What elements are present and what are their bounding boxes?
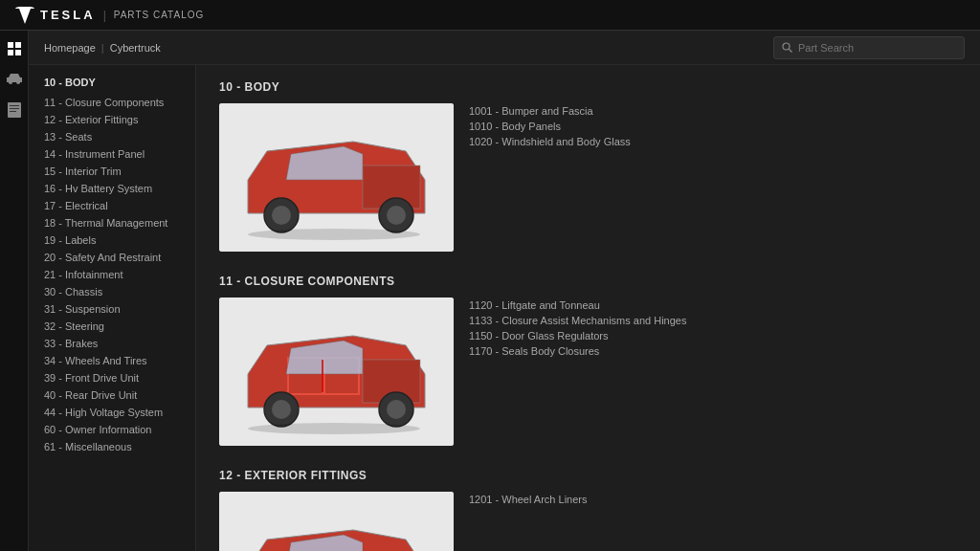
section-image-body: [219, 103, 454, 252]
section-link-item[interactable]: 1001 - Bumper and Fascia: [469, 105, 631, 117]
nav-item-40[interactable]: 40 - Rear Drive Unit: [29, 386, 195, 404]
main-wrapper: Homepage | Cybertruck 10 - BODY 11 - Clo…: [29, 31, 980, 551]
section-row-exterior: 1201 - Wheel Arch Liners: [219, 492, 957, 551]
nav-item-34[interactable]: 34 - Wheels And Tires: [29, 352, 195, 369]
section-link-item[interactable]: 1170 - Seals Body Closures: [469, 345, 686, 357]
section-image-exterior: [219, 492, 454, 551]
tesla-t-icon: [15, 7, 34, 24]
svg-rect-6: [8, 102, 21, 118]
search-input[interactable]: [798, 42, 951, 54]
grid-sidebar-icon[interactable]: [6, 40, 23, 57]
section-link-item[interactable]: 1020 - Windshield and Body Glass: [469, 136, 631, 147]
icon-sidebar: [0, 31, 29, 551]
section-body: 10 - BODY 1001 - Bumper and Fascia1010 -…: [219, 80, 957, 252]
svg-point-32: [248, 423, 420, 434]
svg-point-10: [783, 43, 790, 50]
nav-item-12[interactable]: 12 - Exterior Fittings: [29, 111, 195, 128]
nav-items-container: 11 - Closure Components12 - Exterior Fit…: [29, 94, 195, 455]
section-link-item[interactable]: 1120 - Liftgate and Tonneau: [469, 299, 686, 311]
breadcrumb: Homepage | Cybertruck: [44, 42, 161, 54]
nav-item-33[interactable]: 33 - Brakes: [29, 335, 195, 352]
svg-rect-9: [10, 111, 16, 112]
section-link-item[interactable]: 1150 - Door Glass Regulators: [469, 330, 686, 342]
svg-point-29: [272, 400, 291, 419]
book-sidebar-icon[interactable]: [6, 101, 23, 119]
breadcrumb-separator: |: [101, 42, 104, 54]
nav-item-44[interactable]: 44 - High Voltage System: [29, 404, 195, 421]
nav-item-18[interactable]: 18 - Thermal Management: [29, 214, 195, 231]
nav-item-20[interactable]: 20 - Safety And Restraint: [29, 249, 195, 266]
section-link-item[interactable]: 1133 - Closure Assist Mechanisms and Hin…: [469, 315, 686, 326]
section-link-item[interactable]: 1010 - Body Panels: [469, 121, 631, 132]
right-content: 10 - BODY 1001 - Bumper and Fascia1010 -…: [196, 65, 980, 551]
topbar-divider: |: [103, 9, 106, 22]
breadcrumb-home[interactable]: Homepage: [44, 42, 96, 54]
svg-rect-0: [8, 42, 13, 48]
tesla-logo-area: TESLA: [15, 7, 96, 24]
car-sidebar-icon[interactable]: [6, 71, 23, 88]
nav-item-30[interactable]: 30 - Chassis: [29, 283, 195, 300]
nav-item-31[interactable]: 31 - Suspension: [29, 300, 195, 318]
svg-point-31: [387, 400, 406, 419]
content-area: 10 - BODY 11 - Closure Components12 - Ex…: [29, 65, 980, 551]
section-row-closure: 1120 - Liftgate and Tonneau1133 - Closur…: [219, 298, 957, 446]
svg-point-5: [16, 80, 20, 84]
search-box[interactable]: [773, 36, 965, 59]
nav-item-60[interactable]: 60 - Owner Information: [29, 421, 195, 438]
svg-rect-8: [10, 108, 19, 109]
svg-rect-1: [15, 42, 21, 48]
section-closure: 11 - CLOSURE COMPONENTS 1120 - Liftgate …: [219, 275, 957, 446]
topbar: TESLA | PARTS CATALOG: [0, 0, 980, 31]
svg-point-20: [248, 229, 420, 240]
section-links-exterior: 1201 - Wheel Arch Liners: [469, 492, 588, 505]
tesla-wordmark: TESLA: [40, 8, 96, 22]
nav-item-21[interactable]: 21 - Infotainment: [29, 266, 195, 283]
nav-item-14[interactable]: 14 - Instrument Panel: [29, 145, 195, 163]
nav-item-15[interactable]: 15 - Interior Trim: [29, 163, 195, 180]
nav-item-61[interactable]: 61 - Miscellaneous: [29, 438, 195, 455]
search-icon: [782, 42, 792, 53]
catalog-label: PARTS CATALOG: [114, 10, 205, 20]
svg-rect-2: [8, 50, 13, 55]
section-title-exterior: 12 - EXTERIOR FITTINGS: [219, 469, 957, 482]
section-links-closure: 1120 - Liftgate and Tonneau1133 - Closur…: [469, 298, 686, 357]
header-row: Homepage | Cybertruck: [29, 31, 980, 65]
svg-rect-3: [15, 50, 21, 55]
section-title-closure: 11 - CLOSURE COMPONENTS: [219, 275, 957, 288]
svg-line-11: [790, 50, 792, 53]
nav-item-16[interactable]: 16 - Hv Battery System: [29, 180, 195, 197]
section-title-body: 10 - BODY: [219, 80, 957, 94]
nav-item-39[interactable]: 39 - Front Drive Unit: [29, 369, 195, 386]
section-link-item[interactable]: 1201 - Wheel Arch Liners: [469, 494, 588, 505]
nav-section-header: 10 - BODY: [29, 77, 195, 94]
sections-container: 10 - BODY 1001 - Bumper and Fascia1010 -…: [219, 80, 957, 551]
nav-item-32[interactable]: 32 - Steering: [29, 318, 195, 335]
svg-point-4: [9, 80, 12, 84]
section-exterior: 12 - EXTERIOR FITTINGS 1201 - Wheel Arch…: [219, 469, 957, 551]
left-nav: 10 - BODY 11 - Closure Components12 - Ex…: [29, 65, 196, 551]
svg-rect-7: [10, 105, 19, 106]
nav-item-17[interactable]: 17 - Electrical: [29, 197, 195, 214]
section-row-body: 1001 - Bumper and Fascia1010 - Body Pane…: [219, 103, 957, 252]
svg-point-19: [387, 206, 406, 225]
svg-point-17: [272, 206, 291, 225]
nav-item-19[interactable]: 19 - Labels: [29, 231, 195, 249]
nav-item-11[interactable]: 11 - Closure Components: [29, 94, 195, 111]
section-links-body: 1001 - Bumper and Fascia1010 - Body Pane…: [469, 103, 631, 147]
section-image-closure: [219, 298, 454, 446]
breadcrumb-current: Cybertruck: [110, 42, 161, 54]
nav-item-13[interactable]: 13 - Seats: [29, 128, 195, 145]
